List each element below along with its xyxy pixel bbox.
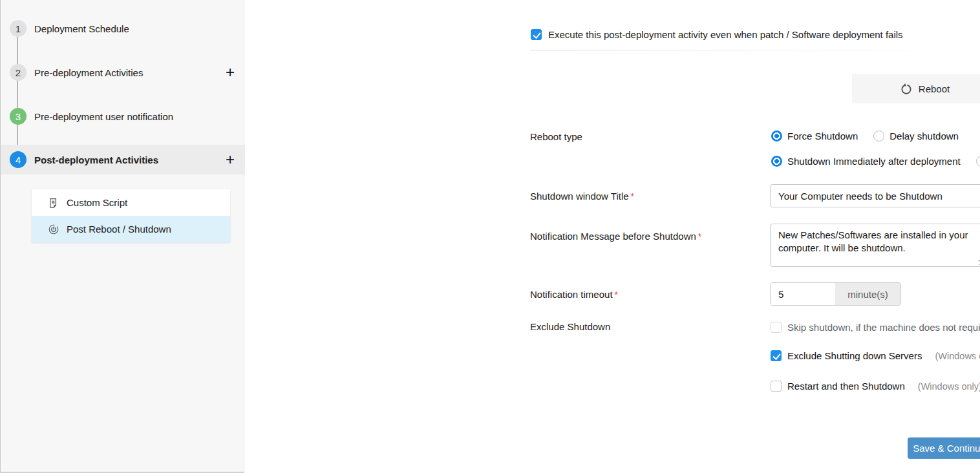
step-4-label: Post-deployment Activities (34, 154, 158, 165)
shutdown-immediately-radio[interactable] (771, 156, 782, 167)
step-2-badge: 2 (10, 64, 27, 81)
reboot-tab-label: Reboot (919, 83, 950, 94)
shutdown-title-label: Shutdown window Title* (530, 191, 634, 202)
post-reboot-shutdown-panel: Execute this post-deployment activity ev… (246, 0, 980, 473)
required-asterisk: * (631, 191, 634, 202)
notification-message-label: Notification Message before Shutdown* (530, 231, 701, 242)
reboot-shutdown-toggle: Reboot Shutdown (852, 72, 980, 105)
add-pre-deployment-activity-button[interactable]: + (226, 65, 235, 80)
exclude-shutdown-label: Exclude Shutdown (530, 321, 610, 332)
reboot-tab[interactable]: Reboot (852, 74, 980, 103)
delay-shutdown-radio[interactable] (873, 131, 884, 142)
force-shutdown-radio[interactable] (771, 131, 782, 142)
reboot-icon (900, 83, 913, 96)
notification-timeout-group: minute(s) (770, 282, 901, 306)
execute-on-fail-row: Execute this post-deployment activity ev… (531, 29, 903, 40)
skip-shutdown-label[interactable]: Skip shutdown, if the machine does not r… (787, 322, 980, 333)
execute-on-fail-label[interactable]: Execute this post-deployment activity ev… (548, 29, 903, 40)
restart-then-shutdown-label[interactable]: Restart and then Shutdown (787, 381, 905, 392)
add-post-deployment-activity-button[interactable]: + (226, 152, 235, 167)
step-1-label: Deployment Schedule (34, 23, 129, 34)
specify-shutdown-time-radio[interactable] (976, 156, 980, 167)
shutdown-immediately-label[interactable]: Shutdown Immediately after deployment (787, 156, 961, 167)
step-connector-line (17, 28, 18, 160)
sidebar-item-post-deployment-activities[interactable]: 4 Post-deployment Activities + (1, 145, 245, 174)
notification-timeout-label: Notification timeout* (530, 289, 618, 300)
wizard-sidebar: 1 Deployment Schedule 2 Pre-deployment A… (0, 0, 244, 473)
shutdown-title-input[interactable] (770, 184, 980, 207)
save-continue-button[interactable]: Save & Continue (908, 437, 980, 459)
submenu-post-reboot-shutdown-label: Post Reboot / Shutdown (67, 224, 171, 235)
skip-shutdown-row: Skip shutdown, if the machine does not r… (771, 322, 980, 333)
timeout-unit-suffix: minute(s) (835, 283, 900, 305)
sidebar-item-post-reboot-shutdown[interactable]: Post Reboot / Shutdown (32, 216, 230, 242)
shutdown-title-label-text: Shutdown window Title (530, 191, 629, 202)
sidebar-item-pre-deployment-activities[interactable]: 2 Pre-deployment Activities + (1, 58, 245, 87)
notification-message-label-text: Notification Message before Shutdown (530, 231, 696, 242)
deployment-wizard-page: 1 Deployment Schedule 2 Pre-deployment A… (0, 0, 980, 473)
reboot-type-label: Reboot type (530, 131, 582, 142)
power-cycle-icon (47, 223, 60, 236)
restart-then-shutdown-checkbox[interactable] (771, 381, 782, 392)
step-4-badge: 4 (10, 151, 27, 168)
section-divider (530, 50, 980, 50)
step-2-label: Pre-deployment Activities (34, 67, 143, 78)
notification-message-textarea[interactable]: New Patches/Softwares are installed in y… (770, 224, 980, 267)
script-icon (47, 196, 60, 209)
shutdown-time-radio-row: Shutdown Immediately after deployment Sp… (771, 156, 980, 167)
windows-only-note: (Windows only) (935, 351, 980, 361)
required-asterisk: * (698, 231, 701, 242)
notification-timeout-input[interactable] (771, 283, 835, 305)
exclude-servers-checkbox[interactable] (771, 350, 782, 361)
restart-then-shutdown-row: Restart and then Shutdown (Windows only) (771, 381, 980, 392)
sidebar-item-pre-deployment-user-notification[interactable]: 3 Pre-deployment user notification (1, 101, 245, 131)
shutdown-mode-radio-row: Force Shutdown Delay shutdown (771, 131, 974, 142)
post-deployment-submenu: Custom Script Post Reboot / Shutdown (32, 189, 230, 242)
required-asterisk: * (615, 289, 618, 300)
step-3-badge: 3 (10, 108, 27, 125)
submenu-custom-script-label: Custom Script (67, 197, 127, 208)
step-3-label: Pre-deployment user notification (34, 111, 173, 122)
notification-timeout-label-text: Notification timeout (530, 289, 613, 300)
skip-shutdown-checkbox[interactable] (771, 322, 782, 333)
delay-shutdown-label[interactable]: Delay shutdown (889, 131, 959, 142)
execute-on-fail-checkbox[interactable] (531, 29, 542, 40)
force-shutdown-label[interactable]: Force Shutdown (787, 131, 858, 142)
step-1-badge: 1 (10, 20, 27, 37)
sidebar-item-deployment-schedule[interactable]: 1 Deployment Schedule (1, 14, 245, 43)
sidebar-item-custom-script[interactable]: Custom Script (32, 189, 230, 216)
exclude-servers-row: Exclude Shutting down Servers (Windows o… (771, 350, 980, 361)
windows-only-note: (Windows only) (918, 381, 980, 392)
exclude-servers-label[interactable]: Exclude Shutting down Servers (787, 350, 922, 361)
